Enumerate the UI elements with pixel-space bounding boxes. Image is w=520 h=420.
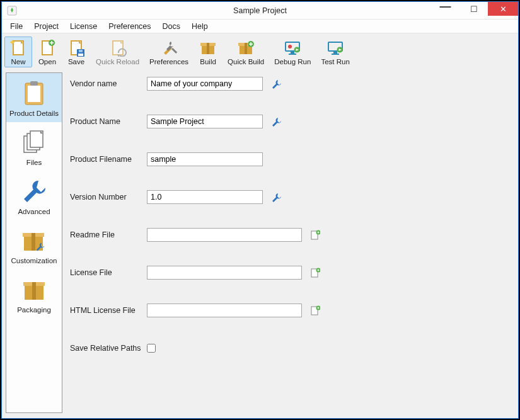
html-license-file-label: HTML License File — [70, 306, 147, 315]
menu-file[interactable]: File — [4, 21, 28, 32]
toolbar-preferences-label: Preferences — [149, 58, 188, 65]
menu-docs[interactable]: Docs — [157, 21, 186, 32]
toolbar-new-label: New — [11, 58, 25, 65]
new-file-icon — [9, 38, 28, 57]
sidebar-item-packaging[interactable]: Packaging — [6, 270, 62, 319]
toolbar-open-label: Open — [38, 58, 56, 65]
wrench-small-icon — [271, 116, 281, 127]
toolbar-build-label: Build — [200, 58, 216, 65]
window-controls: — ☐ ✕ — [431, 2, 518, 19]
license-file-label: License File — [70, 268, 147, 277]
file-browse-icon — [310, 230, 320, 240]
save-icon — [67, 38, 86, 57]
close-button[interactable]: ✕ — [488, 2, 518, 16]
box-icon — [20, 276, 48, 304]
app-window: Sample Project — ☐ ✕ File Project Licens… — [1, 1, 519, 419]
toolbar-build-button[interactable]: Build — [194, 37, 222, 67]
row-vendor-name: Vendor name — [70, 76, 512, 91]
sidebar-packaging-label: Packaging — [17, 306, 51, 314]
file-browse-icon — [310, 268, 320, 278]
debug-run-icon — [283, 38, 302, 57]
toolbar-save-label: Save — [68, 58, 84, 65]
preferences-icon — [159, 38, 178, 57]
toolbar-debug-run-button[interactable]: Debug Run — [270, 37, 315, 67]
readme-file-browse-button[interactable] — [309, 229, 321, 241]
menu-license[interactable]: License — [64, 21, 103, 32]
box-wrench-icon — [20, 227, 48, 254]
toolbar: New Open Save Quick Reload Preferences B… — [2, 33, 518, 69]
menu-project[interactable]: Project — [28, 21, 64, 32]
quick-build-icon — [236, 38, 255, 57]
row-save-relative-paths: Save Relative Paths — [70, 341, 512, 356]
build-icon — [199, 38, 217, 57]
row-readme-file: Readme File — [70, 227, 512, 242]
save-relative-paths-checkbox[interactable] — [147, 344, 156, 353]
row-version-number: Version Number — [70, 190, 512, 205]
toolbar-quick-build-label: Quick Build — [228, 58, 264, 65]
toolbar-debug-run-label: Debug Run — [274, 58, 311, 65]
product-name-label: Product Name — [70, 117, 147, 126]
row-license-file: License File — [70, 265, 512, 280]
readme-file-label: Readme File — [70, 230, 147, 239]
sidebar: Product Details Files Advanced Customiza… — [6, 72, 62, 413]
sidebar-item-files[interactable]: Files — [6, 122, 62, 171]
wrench-small-icon — [271, 192, 281, 202]
toolbar-open-button[interactable]: Open — [33, 37, 61, 67]
app-icon — [6, 4, 18, 17]
minimize-button[interactable]: — — [431, 2, 459, 16]
files-icon — [20, 128, 48, 156]
sidebar-item-product-details[interactable]: Product Details — [6, 73, 62, 122]
toolbar-test-run-label: Test Run — [321, 58, 349, 65]
file-browse-icon — [310, 305, 320, 315]
reload-icon — [108, 38, 127, 57]
readme-file-input[interactable] — [147, 228, 302, 242]
clipboard-icon — [20, 79, 48, 107]
row-html-license-file: HTML License File — [70, 303, 512, 318]
open-file-icon — [38, 38, 57, 57]
html-license-file-input[interactable] — [147, 304, 302, 317]
sidebar-item-customization[interactable]: Customization — [6, 220, 62, 270]
toolbar-test-run-button[interactable]: Test Run — [316, 37, 354, 67]
row-product-name: Product Name — [70, 114, 512, 129]
product-name-configure-button[interactable] — [270, 116, 282, 127]
main-area: Product Details Files Advanced Customiza… — [2, 69, 518, 418]
sidebar-files-label: Files — [26, 159, 42, 166]
license-file-browse-button[interactable] — [309, 267, 321, 278]
vendor-name-input[interactable] — [147, 77, 263, 91]
menu-preferences[interactable]: Preferences — [103, 21, 156, 32]
product-filename-input[interactable] — [147, 152, 263, 166]
maximize-button[interactable]: ☐ — [459, 2, 488, 16]
row-product-filename: Product Filename — [70, 152, 512, 167]
vendor-name-label: Vendor name — [70, 79, 147, 88]
license-file-input[interactable] — [147, 266, 302, 280]
html-license-file-browse-button[interactable] — [309, 305, 321, 316]
wrench-small-icon — [271, 79, 281, 89]
sidebar-product-details-label: Product Details — [9, 110, 59, 117]
toolbar-new-button[interactable]: New — [4, 37, 32, 67]
wrench-icon — [20, 178, 48, 205]
toolbar-save-button[interactable]: Save — [62, 37, 90, 67]
version-number-label: Version Number — [70, 193, 147, 201]
version-number-configure-button[interactable] — [270, 191, 282, 203]
sidebar-advanced-label: Advanced — [18, 208, 50, 215]
vendor-name-configure-button[interactable] — [270, 78, 282, 89]
menu-help[interactable]: Help — [186, 21, 214, 32]
sidebar-customization-label: Customization — [11, 257, 57, 264]
sidebar-item-advanced[interactable]: Advanced — [6, 171, 62, 220]
save-relative-paths-label: Save Relative Paths — [70, 344, 147, 353]
test-run-icon — [326, 38, 345, 57]
menu-bar: File Project License Preferences Docs He… — [2, 20, 518, 33]
toolbar-preferences-button[interactable]: Preferences — [145, 37, 193, 67]
toolbar-quick-reload-button[interactable]: Quick Reload — [91, 37, 144, 67]
product-name-input[interactable] — [147, 115, 263, 128]
product-details-form: Vendor name Product Name Product Filenam… — [67, 72, 514, 413]
version-number-input[interactable] — [147, 190, 263, 204]
title-bar: Sample Project — ☐ ✕ — [2, 2, 518, 20]
product-filename-label: Product Filename — [70, 155, 147, 164]
toolbar-quick-build-button[interactable]: Quick Build — [223, 37, 269, 67]
toolbar-quick-reload-label: Quick Reload — [96, 58, 139, 65]
